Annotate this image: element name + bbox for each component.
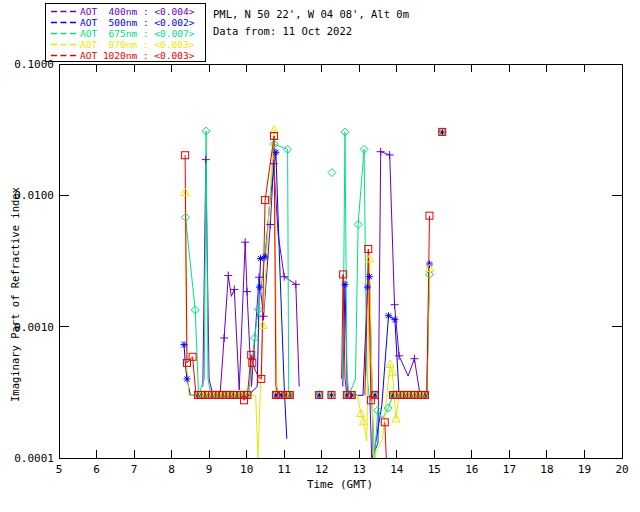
plus-marker [260, 312, 268, 320]
x-axis-title: Time (GMT) [238, 478, 442, 491]
legend-label: AOT 500nm : <0.002> [80, 17, 194, 28]
plus-marker [377, 148, 385, 156]
asterisk-marker [364, 284, 371, 291]
x-tick-label: 9 [206, 463, 213, 476]
x-tick-label: 11 [278, 463, 291, 476]
y-tick-label: 0.0001 [14, 452, 54, 465]
x-tick-label: 7 [131, 463, 138, 476]
x-tick-label: 17 [503, 463, 516, 476]
x-tick-label: 10 [240, 463, 253, 476]
x-tick-label: 6 [93, 463, 100, 476]
plus-marker [220, 334, 228, 342]
legend-entry-aot-400nm: AOT 400nm : <0.004> [46, 6, 205, 17]
plus-marker [386, 151, 394, 159]
series-line-aot-675nm [343, 132, 425, 458]
plot-canvas: AOT 400nm : <0.004>AOT 500nm : <0.002>AO… [0, 0, 640, 512]
asterisk-marker [385, 312, 392, 319]
asterisk-marker [183, 375, 190, 382]
x-tick-label: 16 [465, 463, 478, 476]
x-tick-label: 5 [56, 463, 63, 476]
legend-dash-line [50, 50, 80, 61]
plus-marker [202, 156, 210, 164]
plus-marker [230, 285, 238, 293]
series-line-aot-1020nm [385, 422, 387, 458]
x-tick-label: 20 [615, 463, 628, 476]
legend-dash-line [50, 39, 80, 50]
legend-dash-line [50, 28, 80, 39]
plot-frame [59, 64, 622, 458]
plus-marker [410, 355, 418, 363]
x-tick-label: 19 [578, 463, 591, 476]
asterisk-marker [272, 149, 279, 156]
x-tick-label: 14 [390, 463, 404, 476]
legend: AOT 400nm : <0.004>AOT 500nm : <0.002>AO… [45, 3, 206, 62]
station-info: PML, N 50 22', W 04 08', Alt 0m [213, 8, 409, 20]
plus-marker [292, 280, 300, 288]
y-axis-title: Imaginary Part of Refractive index [9, 187, 21, 402]
asterisk-marker [262, 253, 269, 260]
legend-label: AOT 400nm : <0.004> [80, 6, 194, 17]
asterisk-marker [366, 273, 373, 280]
x-tick-label: 12 [315, 463, 328, 476]
asterisk-marker [342, 281, 349, 288]
legend-dash-line [50, 17, 80, 28]
asterisk-marker [256, 284, 263, 291]
asterisk-marker [391, 316, 398, 323]
plus-marker [280, 273, 288, 281]
chart-plot-area: 5678910111213141516171819200.10000.01000… [0, 0, 640, 512]
x-tick-label: 18 [540, 463, 553, 476]
legend-label: AOT 1020nm : <0.003> [80, 50, 194, 61]
x-tick-label: 15 [428, 463, 441, 476]
plus-marker [391, 301, 399, 309]
plus-marker [224, 272, 232, 280]
plus-marker [243, 288, 251, 296]
diamond-marker [328, 169, 336, 177]
legend-entry-aot-675nm: AOT 675nm : <0.007> [46, 28, 205, 39]
plus-marker [241, 238, 249, 246]
asterisk-marker [180, 341, 187, 348]
legend-label: AOT 675nm : <0.007> [80, 28, 194, 39]
data-date: Data from: 11 Oct 2022 [213, 25, 352, 37]
series-line-aot-500nm [343, 277, 425, 458]
legend-entry-aot-870nm: AOT 870nm : <0.003> [46, 39, 205, 50]
legend-entry-aot-1020nm: AOT 1020nm : <0.003> [46, 50, 205, 61]
legend-dash-line [50, 6, 80, 17]
legend-entry-aot-500nm: AOT 500nm : <0.002> [46, 17, 205, 28]
legend-label: AOT 870nm : <0.003> [80, 39, 194, 50]
x-tick-label: 8 [168, 463, 175, 476]
x-tick-label: 13 [353, 463, 366, 476]
